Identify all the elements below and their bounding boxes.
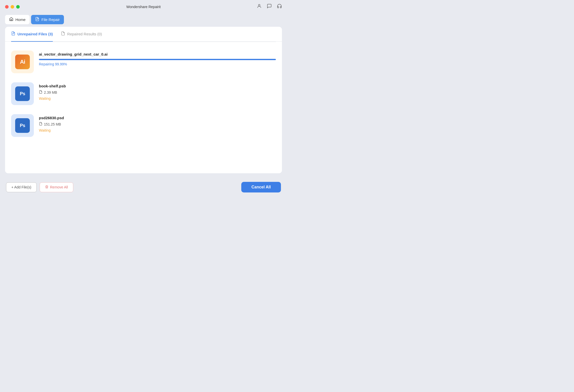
tab-repaired[interactable]: Repaired Results (0): [61, 27, 102, 42]
unrepaired-icon: [11, 31, 15, 37]
title-icons: [257, 4, 282, 10]
nav-bar: Home File Repair: [0, 13, 287, 27]
file-info-1: ai_vector_drawing_grid_next_car_0.ai Rep…: [39, 51, 276, 66]
file-item-3: Ps psd26830.psd 151.25 MB Waiting: [11, 110, 276, 141]
remove-all-label: Remove All: [50, 185, 68, 189]
minimize-button[interactable]: [11, 5, 14, 9]
chat-icon[interactable]: [267, 4, 272, 10]
svg-rect-1: [11, 19, 12, 21]
file-name-1: ai_vector_drawing_grid_next_car_0.ai: [39, 52, 276, 56]
user-icon[interactable]: [257, 4, 262, 10]
file-meta-3: 151.25 MB: [39, 122, 276, 126]
ai-icon-label: Ai: [20, 59, 25, 65]
status-1: Repairing 99.99%: [39, 62, 276, 66]
file-item-1: Ai ai_vector_drawing_grid_next_car_0.ai …: [11, 46, 276, 78]
file-icon-container-ps2: Ps: [11, 114, 34, 137]
window-title: Wondershare Repairit: [126, 5, 161, 9]
home-icon: [9, 17, 13, 22]
file-size-2: 2.39 MB: [44, 90, 57, 94]
svg-point-0: [258, 4, 260, 6]
file-doc-icon-2: [39, 122, 42, 126]
repaired-icon: [61, 31, 65, 37]
cancel-all-button[interactable]: Cancel All: [241, 182, 281, 192]
tabs: Unrepaired Files (3) Repaired Results (0…: [5, 27, 282, 42]
add-files-button[interactable]: + Add File(s): [6, 182, 37, 192]
file-doc-icon-1: [39, 90, 42, 94]
tab-unrepaired[interactable]: Unrepaired Files (3): [11, 27, 53, 42]
file-meta-2: 2.39 MB: [39, 90, 276, 94]
file-info-3: psd26830.psd 151.25 MB Waiting: [39, 114, 276, 132]
bottom-bar: + Add File(s) Remove All Cancel All: [0, 178, 287, 196]
add-files-label: + Add File(s): [11, 185, 31, 189]
file-name-2: book-shelf.psb: [39, 84, 276, 88]
file-repair-nav-button[interactable]: File Repair: [31, 15, 64, 24]
tab-unrepaired-label: Unrepaired Files (3): [17, 32, 53, 36]
remove-icon: [45, 185, 49, 189]
ps-file-icon-1: Ps: [15, 86, 30, 101]
file-icon-container-ps1: Ps: [11, 82, 34, 105]
file-info-2: book-shelf.psb 2.39 MB Waiting: [39, 82, 276, 101]
file-list: Ai ai_vector_drawing_grid_next_car_0.ai …: [5, 42, 282, 173]
cancel-all-label: Cancel All: [251, 185, 271, 189]
home-label: Home: [15, 17, 26, 22]
progress-bar-container-1: [39, 59, 276, 60]
status-3: Waiting: [39, 128, 276, 132]
traffic-lights: [5, 5, 20, 9]
headphone-icon[interactable]: [277, 4, 282, 10]
ai-file-icon: Ai: [15, 55, 30, 69]
progress-bar-fill-1: [39, 59, 276, 60]
title-bar: Wondershare Repairit: [0, 0, 287, 13]
tab-repaired-label: Repaired Results (0): [67, 32, 102, 36]
file-size-3: 151.25 MB: [44, 122, 61, 126]
file-icon-container-ai: Ai: [11, 51, 34, 73]
file-name-3: psd26830.psd: [39, 116, 276, 120]
home-nav-button[interactable]: Home: [5, 15, 30, 24]
ps-file-icon-2: Ps: [15, 118, 30, 133]
remove-all-button[interactable]: Remove All: [40, 182, 73, 192]
close-button[interactable]: [5, 5, 9, 9]
file-repair-icon: [35, 17, 39, 22]
status-2: Waiting: [39, 96, 276, 101]
ps-icon-label-2: Ps: [20, 123, 25, 128]
ps-icon-label-1: Ps: [20, 91, 25, 96]
main-content: Unrepaired Files (3) Repaired Results (0…: [5, 27, 282, 173]
file-item-2: Ps book-shelf.psb 2.39 MB Waiting: [11, 78, 276, 110]
maximize-button[interactable]: [16, 5, 20, 9]
bottom-left-buttons: + Add File(s) Remove All: [6, 182, 73, 192]
file-repair-label: File Repair: [41, 17, 60, 22]
